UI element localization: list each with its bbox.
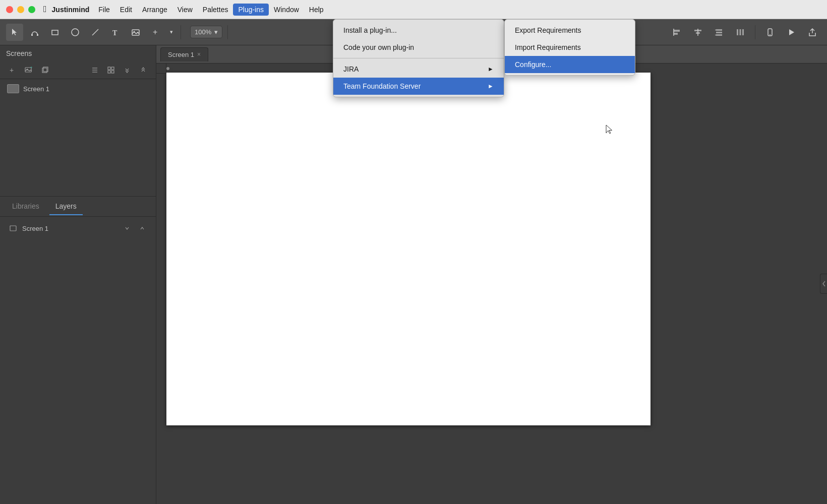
canvas-tab-screen1[interactable]: Screen 1 × [160,47,208,61]
svg-rect-38 [111,71,114,73]
screen-item[interactable]: Screen 1 [2,81,154,96]
svg-rect-21 [740,29,741,35]
menu-view[interactable]: View [172,4,198,16]
menu-edit[interactable]: Edit [115,4,137,16]
screens-title: Screens [6,49,150,57]
apple-icon[interactable]:  [43,4,47,15]
plugins-dropdown: Install a plug-in... Code your own plug-… [333,19,504,97]
select-tool[interactable] [6,24,23,41]
add-screen-btn[interactable]: + [6,64,19,77]
add-dropdown[interactable]: ▾ [167,24,175,41]
svg-marker-25 [789,29,794,35]
submenu-export-requirements[interactable]: Export Requirements [505,22,635,39]
menu-jira[interactable]: JIRA ► [333,60,504,78]
svg-point-24 [770,34,771,35]
canvas-with-rulers: 0 100 200 300 400 500 600 [156,64,827,504]
duplicate-screen-btn[interactable] [38,64,51,77]
svg-point-3 [72,29,79,36]
svg-rect-36 [111,67,114,70]
zoom-value: 100% [195,28,211,36]
align-center-tool[interactable] [689,24,706,41]
menu-tfs[interactable]: Team Foundation Server ► [333,78,504,95]
svg-rect-31 [43,67,48,72]
menu-items: File Edit Arrange View Palettes Plug-ins… [93,4,821,16]
toolbar-sep-3 [755,25,755,39]
canvas-content[interactable] [156,64,827,504]
play-btn[interactable] [783,24,800,41]
submenu-configure[interactable]: Configure... [505,56,635,73]
canvas-row: 0 100 200 300 400 [156,64,827,504]
layer-move-up[interactable] [137,223,148,234]
toolbar-sep-2 [227,25,228,39]
bottom-panel: Libraries Layers Screen 1 [0,197,156,504]
ruler-zero-marker [166,67,169,70]
svg-rect-35 [108,67,110,70]
main-layout: Screens + + [0,45,827,504]
screen-list: Screen 1 [0,79,156,196]
add-tool[interactable]: + [147,24,164,41]
image-tool[interactable] [127,24,144,41]
svg-rect-17 [716,34,722,36]
tab-libraries[interactable]: Libraries [6,198,45,215]
layer-move-down[interactable] [122,223,133,234]
left-sidebar: Screens + + [0,45,156,504]
canvas-area: Screen 1 × 0 100 200 300 [156,45,827,504]
svg-line-4 [92,29,98,35]
svg-rect-9 [674,30,680,32]
add-image-screen-btn[interactable]: + [22,64,35,77]
tfs-submenu: Export Requirements Import Requirements … [504,19,635,76]
distribute-h-tool[interactable] [732,24,749,41]
close-tab-btn[interactable]: × [197,51,201,58]
sort-down-btn[interactable] [121,64,134,77]
maximize-button[interactable] [28,6,35,13]
panel-tabs: Libraries Layers [0,197,156,217]
svg-text:T: T [112,29,117,37]
svg-text:+: + [10,67,14,74]
sort-up-btn[interactable] [137,64,150,77]
screen-name: Screen 1 [23,85,49,93]
svg-rect-16 [716,32,722,33]
menu-window[interactable]: Window [269,4,304,16]
layer-item[interactable]: Screen 1 [3,220,153,237]
screen-layer-icon [8,223,18,233]
share-btn[interactable] [804,24,821,41]
menu-palettes[interactable]: Palettes [198,4,233,16]
bezier-tool[interactable] [26,24,43,41]
svg-rect-22 [742,29,744,35]
mobile-preview-btn[interactable] [761,24,779,41]
ruler-corner [156,64,166,74]
menu-file[interactable]: File [93,4,115,16]
canvas-tab-label: Screen 1 [168,51,194,58]
screens-header: Screens [0,45,156,61]
tab-layers[interactable]: Layers [49,198,83,215]
zoom-control[interactable]: 100% ▾ [190,26,222,38]
collapse-handle[interactable] [820,274,827,294]
close-button[interactable] [6,6,13,13]
svg-rect-37 [108,71,110,73]
svg-rect-39 [10,226,16,231]
submenu-import-requirements[interactable]: Import Requirements [505,39,635,56]
ellipse-tool[interactable] [67,24,84,41]
menu-plugins[interactable]: Plug-ins [233,4,269,16]
align-left-tool[interactable] [668,24,685,41]
minimize-button[interactable] [17,6,24,13]
screens-toolbar: + + [0,61,156,79]
line-tool[interactable] [87,24,104,41]
canvas-page[interactable] [166,73,651,425]
grid-view-btn[interactable] [104,64,117,77]
menu-install-plugin[interactable]: Install a plug-in... [333,22,504,39]
menu-help[interactable]: Help [304,4,329,16]
text-tool[interactable]: T [107,24,124,41]
rectangle-tool[interactable] [46,24,64,41]
menu-arrange[interactable]: Arrange [137,4,172,16]
screen-thumbnail [7,84,19,93]
distribute-v-tool[interactable] [711,24,728,41]
menu-code-plugin[interactable]: Code your own plug-in [333,39,504,56]
menu-separator-1 [333,58,504,58]
screens-section: Screens + + [0,45,156,197]
sort-list-btn[interactable] [88,64,101,77]
layer-name: Screen 1 [22,225,117,232]
app-name: Justinmind [52,6,90,14]
svg-rect-1 [37,34,38,36]
canvas-scroll-inner [156,64,761,467]
